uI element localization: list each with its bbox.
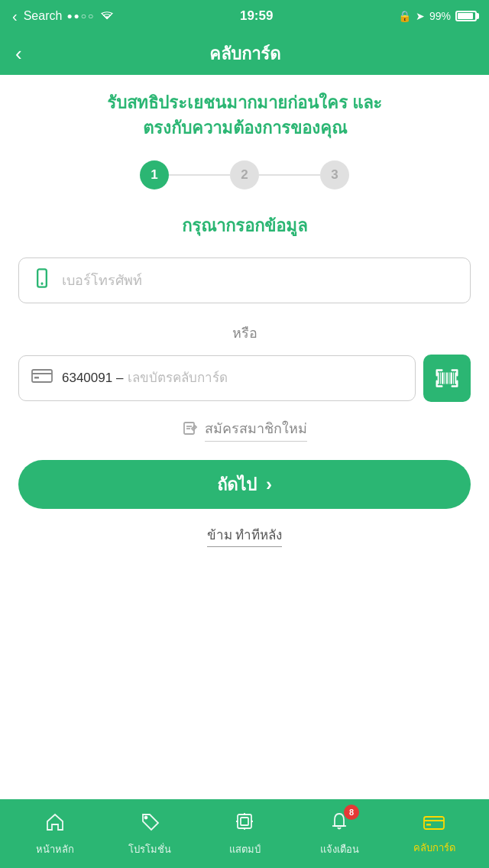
clubcard-icon — [423, 812, 445, 836]
nav-item-promotion[interactable]: โปรโมชั่น — [102, 811, 197, 857]
step-3: 3 — [320, 160, 349, 189]
hero-text: รับสทธิประเยชนมากมายก่อนใคร และ ตรงกับคว… — [0, 75, 489, 153]
svg-rect-25 — [424, 817, 444, 829]
location-icon: ➤ — [416, 10, 425, 22]
svg-rect-27 — [426, 824, 431, 826]
nav-item-notification[interactable]: 8 แจ้งเตือน — [292, 811, 387, 857]
nav-label-home: หน้าหลัก — [36, 841, 74, 857]
svg-rect-4 — [34, 377, 39, 379]
form-title: กรุณากรอกข้อมูล — [0, 205, 489, 257]
status-right: 🔒 ➤ 99% — [398, 10, 477, 22]
or-divider: หรือ — [0, 311, 489, 355]
nav-item-home[interactable]: หน้าหลัก — [8, 811, 102, 857]
battery-percent: 99% — [429, 10, 451, 22]
step-2: 2 — [230, 160, 259, 189]
bottom-nav: หน้าหลัก โปรโมชั่น แสตมป์ — [0, 799, 489, 868]
card-number-input[interactable] — [128, 371, 403, 386]
nav-label-stamp: แสตมป์ — [229, 841, 261, 857]
register-label[interactable]: สมัครสมาชิกใหม่ — [205, 417, 307, 442]
wifi-icon — [99, 10, 115, 23]
nav-item-stamp[interactable]: แสตมป์ — [197, 811, 292, 857]
back-button[interactable]: ‹ — [15, 42, 22, 66]
card-left-icon — [31, 365, 53, 391]
status-left: ‹ Search ●●○○ — [12, 8, 115, 25]
scan-barcode-button[interactable] — [423, 355, 471, 402]
next-arrow-icon: › — [266, 474, 272, 495]
svg-rect-19 — [241, 818, 248, 825]
svg-point-17 — [145, 816, 147, 818]
next-button-label: ถัดไป — [217, 471, 257, 498]
tag-icon — [139, 811, 160, 837]
step-line-1 — [169, 174, 230, 176]
nav-bar: ‹ คลับการ์ด — [0, 32, 489, 75]
svg-rect-18 — [238, 815, 251, 828]
hero-line2: ตรงกับความต้องการของคุณ — [143, 118, 347, 138]
step-1: 1 — [140, 160, 169, 189]
status-back-icon: ‹ — [12, 8, 18, 25]
phone-input[interactable] — [62, 273, 458, 289]
notification-badge-wrapper: 8 — [329, 811, 350, 837]
hero-line1: รับสทธิประเยชนมากมายก่อนใคร และ — [107, 93, 382, 112]
nav-item-clubcard[interactable]: คลับการ์ด — [387, 812, 481, 856]
main-content: รับสทธิประเยชนมากมายก่อนใคร และ ตรงกับคว… — [0, 75, 489, 631]
register-icon — [182, 419, 199, 440]
nav-label-notification: แจ้งเตือน — [320, 841, 359, 857]
skip-link[interactable]: ข้าม ทำทีหลัง — [0, 524, 489, 547]
step-line-2 — [259, 174, 320, 176]
signal-dots: ●●○○ — [66, 11, 95, 21]
status-time: 19:59 — [240, 8, 273, 24]
card-row: 6340091 – — [18, 355, 471, 402]
stamp-icon — [234, 811, 255, 837]
svg-rect-2 — [32, 370, 52, 382]
status-bar: ‹ Search ●●○○ 19:59 🔒 ➤ 99% — [0, 0, 489, 32]
card-prefix: 6340091 – — [62, 371, 123, 386]
nav-label-clubcard: คลับการ์ด — [413, 840, 455, 856]
register-link[interactable]: สมัครสมาชิกใหม่ — [0, 417, 489, 442]
next-button[interactable]: ถัดไป › — [18, 460, 471, 509]
page-title: คลับการ์ด — [209, 40, 280, 67]
notification-badge: 8 — [344, 805, 359, 820]
skip-label: ข้าม ทำทีหลัง — [207, 524, 283, 547]
phone-icon — [31, 267, 53, 293]
phone-input-container — [18, 257, 471, 303]
home-icon — [44, 811, 66, 837]
battery-icon — [455, 11, 477, 21]
nav-label-promotion: โปรโมชั่น — [128, 841, 171, 857]
stepper: 1 2 3 — [0, 153, 489, 205]
lock-icon: 🔒 — [398, 10, 411, 22]
card-input-container: 6340091 – — [18, 355, 416, 401]
status-search[interactable]: Search — [24, 9, 63, 23]
